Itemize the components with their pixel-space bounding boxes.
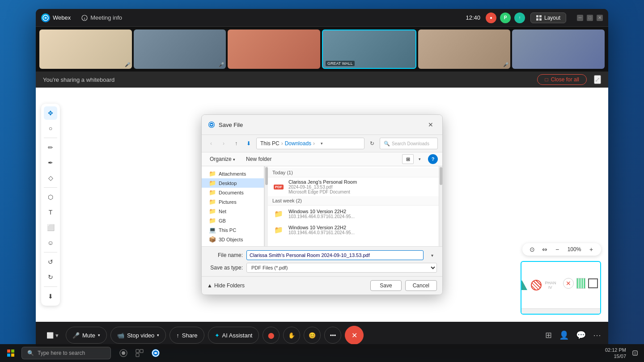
layout-button[interactable]: Layout: [530, 13, 566, 23]
file-item-2[interactable]: 📁 Windows 10 Version 22H2 103.1946.464.0…: [268, 222, 439, 238]
dialog-toolbar: Organize ▾ New folder ⊞ ▾ ?: [202, 152, 442, 166]
cancel-button[interactable]: Cancel: [405, 280, 437, 291]
dialog-search-box[interactable]: 🔍 Search Downloads: [380, 138, 438, 149]
organize-button[interactable]: Organize ▾: [206, 155, 239, 164]
file-meta-0b: Microsoft Edge PDF Document: [288, 189, 434, 194]
toolbar-download[interactable]: ⬇: [44, 290, 57, 303]
toolbar-shapes[interactable]: ⬡: [44, 190, 57, 204]
expand-button[interactable]: ⤢: [594, 75, 601, 84]
meeting-info-label: Meeting info: [90, 14, 122, 21]
nav-forward-button[interactable]: ›: [219, 139, 229, 148]
tree-item-net[interactable]: 📁 Net: [202, 206, 264, 216]
tree-label-documents: Documents: [219, 190, 244, 195]
participants-button[interactable]: 👤: [559, 330, 569, 340]
savetype-select[interactable]: PDF Files (*.pdf): [246, 263, 437, 273]
taskbar-app-search[interactable]: [116, 347, 131, 359]
stop-video-button[interactable]: 📹 Stop video ▾: [110, 327, 166, 344]
zoom-out-button[interactable]: −: [553, 245, 562, 254]
tree-item-3d-objects[interactable]: 📦 3D Objects: [202, 235, 264, 244]
minimize-button[interactable]: ─: [577, 15, 583, 21]
reactions-button[interactable]: 😊: [304, 327, 321, 344]
toolbar-select[interactable]: ○: [44, 122, 57, 135]
mute-button[interactable]: 🎤 Mute ▾: [66, 327, 107, 344]
start-button[interactable]: [4, 347, 18, 359]
taskbar-search[interactable]: 🔍 Type here to search: [21, 347, 111, 359]
file-list: Today (1) PDF Clarissa Jeng's Personal R…: [268, 166, 439, 246]
zoom-reset-button[interactable]: ⇔: [540, 245, 549, 254]
breadcrumb-this-pc[interactable]: This PC: [260, 140, 280, 147]
today-header: Today (1): [268, 168, 439, 177]
more-button[interactable]: •••: [324, 327, 341, 344]
options-button[interactable]: ⋯: [593, 330, 601, 340]
shape-barcode: [576, 278, 585, 289]
folder-scrollbar[interactable]: [264, 166, 268, 246]
tree-item-pictures[interactable]: 📁 Pictures: [202, 197, 264, 206]
hide-folders-button[interactable]: ▲ Hide Folders: [207, 282, 245, 289]
nav-back-button[interactable]: ‹: [206, 139, 216, 148]
dialog-close-button[interactable]: ✕: [425, 119, 436, 130]
breadcrumb-dropdown-btn[interactable]: ▾: [317, 139, 326, 148]
toolbar-undo[interactable]: ↺: [44, 255, 57, 269]
ai-assistant-button[interactable]: ✦ AI Assistant: [208, 327, 259, 344]
file-scrollbar[interactable]: [439, 166, 442, 246]
meeting-info-btn[interactable]: i Meeting info: [78, 13, 126, 23]
file-item-1[interactable]: 📁 Windows 10 Version 22H2 103.1946.464.0…: [268, 206, 439, 222]
share-button[interactable]: ↑ Share: [169, 327, 204, 344]
refresh-button[interactable]: ↻: [367, 139, 377, 148]
caption-button[interactable]: ⬜ ▾: [43, 330, 62, 341]
view-dropdown-btn[interactable]: ▾: [415, 154, 424, 164]
webex-logo[interactable]: Webex: [41, 13, 71, 22]
toolbar-sticky[interactable]: ⬜: [44, 221, 57, 234]
toolbar-redo[interactable]: ↻: [44, 270, 57, 284]
zoom-fit-button[interactable]: ⊙: [528, 245, 537, 254]
toolbar-eraser[interactable]: ◇: [44, 171, 57, 185]
taskbar-app-webex[interactable]: [148, 347, 163, 359]
close-button[interactable]: ✕: [597, 15, 603, 21]
tree-item-desktop[interactable]: 📁 Desktop: [202, 178, 264, 188]
breadcrumb-bar[interactable]: This PC › Downloads › ▾: [256, 138, 364, 149]
toolbar-pen[interactable]: ✏: [44, 141, 57, 154]
save-button[interactable]: Save: [370, 280, 401, 291]
maximize-button[interactable]: □: [587, 15, 593, 21]
participant-thumb-1[interactable]: 🎤: [39, 29, 132, 69]
help-button[interactable]: ?: [428, 154, 438, 164]
record-button[interactable]: ⬤: [263, 327, 280, 344]
filename-row: File name: ▾: [207, 250, 437, 260]
tree-item-gb[interactable]: 📁 GB: [202, 216, 264, 225]
taskbar-app-taskview[interactable]: [132, 347, 147, 359]
participant-thumb-6[interactable]: [512, 29, 605, 69]
tree-item-attachments[interactable]: 📁 Attachments: [202, 169, 264, 178]
close-for-all-button[interactable]: □ Close for all: [537, 74, 587, 85]
participant-thumb-4-active[interactable]: GREAT WALL: [322, 29, 416, 69]
breadcrumb-downloads[interactable]: Downloads: [285, 140, 311, 147]
apps-button[interactable]: ⊞: [545, 330, 552, 340]
filename-input[interactable]: [246, 250, 424, 260]
tree-item-this-pc[interactable]: 💻 This PC: [202, 225, 264, 235]
participant-thumb-3[interactable]: [228, 29, 320, 69]
filename-dropdown-btn[interactable]: ▾: [427, 250, 437, 260]
svg-rect-6: [539, 18, 542, 21]
participant-thumb-5[interactable]: 🎤: [418, 29, 511, 69]
view-icon-btn[interactable]: ⊞: [402, 154, 414, 164]
tree-item-documents[interactable]: 📁 Documents: [202, 188, 264, 197]
hand-raise-button[interactable]: ✋: [283, 327, 300, 344]
toolbar-move[interactable]: ✥: [44, 106, 57, 120]
file-item-0[interactable]: PDF Clarissa Jeng's Personal Room 2024-0…: [268, 177, 439, 196]
file-details-0: Clarissa Jeng's Personal Room 2024-09-16…: [288, 179, 434, 194]
toolbar-highlighter[interactable]: ✒: [44, 156, 57, 169]
participant-thumb-2[interactable]: 🎤: [134, 29, 226, 69]
nav-up-button[interactable]: ↑: [231, 139, 241, 148]
end-call-button[interactable]: ✕: [345, 326, 364, 345]
toolbar-text[interactable]: T: [44, 206, 57, 219]
folder-icon-desktop: 📁: [209, 180, 216, 186]
main-content: ✥ ○ ✏ ✒ ◇ ⬡ T ⬜ ☺ ↺ ↻ ⬇: [36, 88, 608, 322]
nav-downloads-icon[interactable]: ⬇: [244, 139, 254, 148]
chat-button[interactable]: 💬: [576, 330, 586, 340]
toolbar-emoji[interactable]: ☺: [44, 236, 57, 249]
notification-button[interactable]: [630, 348, 640, 358]
zoom-in-button[interactable]: +: [587, 245, 596, 254]
taskbar-apps: [116, 347, 163, 359]
toolbar-divider-1: [44, 138, 57, 138]
video-strip: 🎤 🎤 GREAT WALL 🎤: [36, 27, 608, 72]
new-folder-button[interactable]: New folder: [242, 155, 275, 164]
